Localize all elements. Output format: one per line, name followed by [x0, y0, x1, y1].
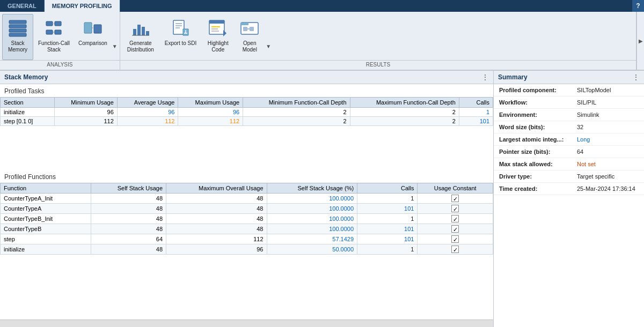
stack-memory-button[interactable]: StackMemory: [2, 14, 33, 60]
analysis-dropdown[interactable]: ▼: [112, 43, 118, 60]
svg-rect-13: [133, 29, 136, 35]
toolbar-collapse[interactable]: ▶: [636, 12, 644, 70]
svg-rect-1: [9, 25, 26, 28]
results-dropdown[interactable]: ▼: [266, 43, 271, 60]
help-button[interactable]: ?: [632, 0, 644, 12]
svg-rect-3: [9, 33, 26, 36]
stack-memory-menu[interactable]: ⋮: [481, 73, 489, 81]
summary-label: Word size (bits):: [499, 124, 577, 130]
svg-rect-33: [243, 27, 247, 31]
summary-panel-header: Summary ⋮: [494, 71, 644, 84]
table-row: CounterTypeB 48 48 100.0000 101 ✓: [1, 224, 493, 234]
generate-distribution-button[interactable]: GenerateDistribution: [122, 14, 159, 60]
summary-row: Largest atomic integ...: Long: [494, 133, 644, 146]
col-self-pct: Self Stack Usage (%): [267, 183, 357, 194]
summary-value: Long: [577, 136, 590, 143]
summary-row: Word size (bits): 32: [494, 121, 644, 133]
summary-value: 25-Mar-2024 17:36:14: [577, 185, 635, 192]
horizontal-scrollbar[interactable]: [0, 319, 493, 327]
summary-title: Summary: [498, 73, 528, 81]
summary-value: Not set: [577, 161, 596, 167]
summary-value: 32: [577, 124, 583, 130]
table-row: CounterTypeB_Init 48 48 100.0000 1 ✓: [1, 214, 493, 224]
profiled-tasks-label: Profiled Tasks: [0, 84, 493, 97]
summary-row: Driver type: Target specific: [494, 170, 644, 183]
summary-label: Driver type:: [499, 173, 577, 180]
svg-rect-15: [142, 27, 145, 35]
open-model-label: OpenModel: [243, 40, 257, 53]
summary-row: Time created: 25-Mar-2024 17:36:14: [494, 183, 644, 195]
svg-rect-6: [46, 30, 53, 34]
summary-label: Pointer size (bits):: [499, 148, 577, 155]
generate-distribution-icon: [130, 17, 151, 39]
table-row: CounterTypeA_Init 48 48 100.0000 1 ✓: [1, 194, 493, 204]
comparison-icon: [83, 17, 103, 39]
svg-rect-7: [55, 30, 61, 34]
svg-marker-30: [223, 30, 226, 36]
col-max-overall: Maximum Overall Usage: [166, 183, 267, 194]
analysis-section-label: ANALYSIS: [0, 60, 120, 70]
col-calls: Calls: [459, 98, 493, 108]
summary-row: Environment: Simulink: [494, 109, 644, 121]
profiled-functions-label: Profiled Functions: [0, 170, 493, 183]
svg-rect-4: [46, 21, 53, 26]
summary-value: Simulink: [577, 112, 599, 118]
svg-rect-11: [94, 25, 101, 33]
svg-rect-14: [137, 25, 141, 35]
summary-label: Environment:: [499, 112, 577, 118]
col-min-usage: Minimum Usage: [55, 98, 118, 108]
results-section-label: RESULTS: [120, 60, 636, 70]
col-function: Function: [1, 183, 91, 194]
svg-rect-18: [173, 20, 184, 34]
summary-label: Max stack allowed:: [499, 161, 577, 167]
stack-memory-icon: [8, 17, 28, 39]
highlight-code-label: HighlightCode: [208, 40, 229, 53]
summary-value: 64: [577, 148, 583, 155]
summary-label: Workflow:: [499, 99, 577, 106]
summary-menu[interactable]: ⋮: [632, 73, 640, 81]
svg-rect-32: [241, 23, 248, 25]
function-call-stack-label: Function-CallStack: [38, 40, 70, 53]
svg-rect-16: [146, 31, 149, 35]
svg-rect-10: [84, 23, 92, 33]
col-usage-constant: Usage Constant: [418, 183, 493, 194]
col-self-stack: Self Stack Usage: [91, 183, 166, 194]
svg-rect-0: [9, 20, 26, 24]
tab-memory-profiling[interactable]: MEMORY PROFILING: [45, 0, 120, 12]
export-to-sdi-button[interactable]: Export to SDI: [160, 14, 201, 60]
stack-memory-title: Stack Memory: [4, 73, 48, 81]
table-row: step 64 112 57.1429 101 ✓: [1, 234, 493, 244]
comparison-button[interactable]: Comparison: [75, 14, 111, 60]
summary-row: Pointer size (bits): 64: [494, 146, 644, 158]
summary-label: Largest atomic integ...:: [499, 136, 577, 143]
table-row: initialize 96 96 96 2 2 1: [1, 108, 493, 117]
summary-label: Profiled component:: [499, 87, 577, 93]
summary-row: Profiled component: SILTopModel: [494, 84, 644, 96]
table-row: CounterTypeA 48 48 100.0000 101 ✓: [1, 204, 493, 214]
svg-rect-26: [209, 20, 224, 24]
open-model-button[interactable]: OpenModel: [235, 14, 265, 60]
svg-rect-2: [9, 29, 26, 32]
col-section: Section: [1, 98, 55, 108]
function-call-stack-icon: [43, 17, 64, 39]
svg-rect-34: [250, 27, 254, 31]
export-to-sdi-icon: [171, 17, 191, 39]
col-max-depth: Maximum Function-Call Depth: [350, 98, 459, 108]
svg-rect-5: [55, 21, 61, 26]
profiled-functions-section: Profiled Functions Function Self Stack U…: [0, 170, 493, 255]
function-call-stack-button[interactable]: Function-CallStack: [34, 14, 74, 60]
stack-memory-panel-header: Stack Memory ⋮: [0, 71, 493, 84]
summary-value: SIL/PIL: [577, 99, 596, 106]
profiled-tasks-section: Profiled Tasks Section Minimum Usage Ave…: [0, 84, 493, 170]
stack-memory-label: StackMemory: [8, 40, 27, 53]
comparison-label: Comparison: [78, 40, 107, 47]
tab-general[interactable]: GENERAL: [0, 0, 45, 12]
export-to-sdi-label: Export to SDI: [165, 40, 196, 47]
table-row: step [0.1 0] 112 112 112 2 2 101: [1, 117, 493, 126]
functions-table: Function Self Stack Usage Maximum Overal…: [0, 183, 493, 255]
summary-label: Time created:: [499, 185, 577, 192]
open-model-icon: [239, 17, 260, 39]
col-avg-usage: Average Usage: [117, 98, 178, 108]
highlight-code-button[interactable]: HighlightCode: [202, 14, 233, 60]
col-min-depth: Minimum Function-Call Depth: [243, 98, 350, 108]
